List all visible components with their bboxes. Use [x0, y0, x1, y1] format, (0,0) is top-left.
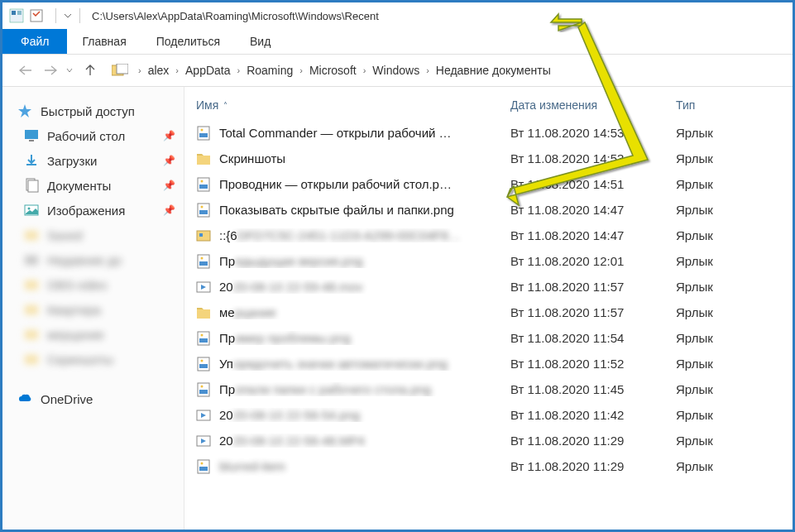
file-type-icon — [196, 254, 211, 269]
folder-icon — [24, 252, 39, 267]
file-row[interactable]: СкриншотыВт 11.08.2020 14:53Ярлык — [196, 146, 786, 171]
column-date[interactable]: Дата изменения — [510, 98, 676, 112]
svg-rect-27 — [199, 210, 208, 214]
file-row[interactable]: Проводник — открыли рабочий стол.p…Вт 11… — [196, 171, 786, 197]
file-date: Вт 11.08.2020 14:47 — [510, 203, 676, 217]
chevron-right-icon[interactable]: › — [237, 65, 241, 75]
file-row[interactable]: Предыдущая версия.pngВт 11.08.2020 12:01… — [196, 248, 786, 274]
breadcrumb[interactable]: › alex › AppData › Roaming › Microsoft ›… — [112, 64, 551, 77]
pin-icon: 📌 — [163, 180, 175, 191]
nav-back[interactable] — [16, 60, 36, 80]
nav-recent-icon[interactable] — [65, 66, 74, 74]
breadcrumb-item[interactable]: Недавние документы — [436, 64, 551, 77]
file-row[interactable]: Показывать скрытые файлы и папки.pngВт 1… — [196, 197, 786, 223]
chevron-right-icon[interactable]: › — [299, 65, 303, 75]
breadcrumb-item[interactable]: Roaming — [247, 64, 293, 77]
column-type[interactable]: Тип — [676, 98, 742, 112]
sidebar-desktop[interactable]: Рабочий стол 📌 — [2, 123, 184, 148]
file-date: Вт 11.08.2020 11:57 — [510, 280, 676, 294]
properties-icon[interactable] — [29, 8, 44, 23]
sidebar-item-blurred[interactable]: OBS-video — [2, 272, 184, 297]
file-name: 2020-08-10 22-59-48.mov — [219, 280, 510, 294]
pin-icon: 📌 — [163, 130, 175, 141]
file-row[interactable]: мерцаниеВт 11.08.2020 11:57Ярлык — [196, 300, 786, 325]
file-type-icon — [196, 280, 211, 295]
sidebar-pictures[interactable]: Изображения 📌 — [2, 198, 184, 223]
tab-view[interactable]: Вид — [235, 29, 285, 54]
tab-share[interactable]: Поделиться — [141, 29, 235, 54]
file-name: мерцание — [219, 305, 510, 319]
file-row[interactable]: blurred-itemВт 11.08.2020 11:29Ярлык — [196, 453, 786, 479]
file-name: blurred-item — [219, 459, 510, 473]
svg-rect-30 — [199, 233, 203, 237]
navbar: › alex › AppData › Roaming › Microsoft ›… — [2, 54, 793, 87]
sidebar-item-blurred[interactable]: Saved — [2, 223, 184, 247]
file-row[interactable]: Total Commander — открыли рабочий …Вт 11… — [196, 120, 786, 146]
svg-rect-18 — [25, 355, 38, 364]
file-date: Вт 11.08.2020 12:01 — [510, 254, 676, 268]
nav-forward[interactable] — [41, 60, 60, 80]
sidebar-item-blurred[interactable]: Квартира — [2, 297, 184, 322]
file-date: Вт 11.08.2020 11:29 — [510, 459, 676, 473]
sidebar-item-blurred[interactable]: мерцание — [2, 322, 184, 347]
folder-icon — [24, 327, 39, 342]
file-type-icon — [196, 203, 211, 218]
chevron-right-icon[interactable]: › — [426, 65, 429, 75]
file-date: Вт 11.08.2020 11:57 — [510, 305, 676, 319]
file-date: Вт 11.08.2020 11:52 — [510, 357, 676, 371]
tab-file[interactable]: Файл — [2, 29, 67, 54]
svg-rect-8 — [26, 164, 36, 165]
breadcrumb-item[interactable]: AppData — [185, 64, 230, 77]
qat-dropdown-icon[interactable] — [63, 11, 73, 21]
file-type-icon — [196, 331, 211, 346]
chevron-right-icon[interactable]: › — [363, 65, 366, 75]
file-type-icon — [196, 305, 211, 320]
file-name: Пример проблемы.png — [219, 331, 510, 345]
file-row[interactable]: 2020-08-10 22-56-54.pngВт 11.08.2020 11:… — [196, 402, 786, 428]
sidebar-downloads[interactable]: Загрузки 📌 — [2, 148, 184, 173]
sidebar-onedrive[interactable]: OneDrive — [2, 386, 184, 411]
svg-point-12 — [28, 208, 31, 210]
address-path[interactable]: C:\Users\Alex\AppData\Roaming\Microsoft\… — [92, 10, 379, 22]
sidebar-item-blurred[interactable]: Недавние до — [2, 247, 184, 272]
pictures-icon — [24, 203, 39, 218]
svg-rect-13 — [25, 231, 38, 240]
file-row[interactable]: Пропали папки с рабочего стола.pngВт 11.… — [196, 376, 786, 402]
svg-point-21 — [201, 128, 204, 131]
file-type-icon — [196, 126, 211, 141]
nav-up[interactable] — [80, 60, 100, 80]
svg-point-44 — [201, 385, 204, 387]
column-name[interactable]: Имя˄ — [196, 98, 510, 112]
file-type: Ярлык — [676, 203, 742, 217]
column-headers: Имя˄ Дата изменения Тип — [196, 98, 786, 120]
file-type: Ярлык — [676, 434, 742, 448]
chevron-right-icon[interactable]: › — [138, 65, 141, 75]
file-row[interactable]: ::{6DFD7C5C-2451-11D3-A299-00C04F8…Вт 11… — [196, 223, 786, 248]
sidebar-documents[interactable]: Документы 📌 — [2, 173, 184, 198]
chevron-right-icon[interactable]: › — [175, 65, 179, 75]
sidebar-quick-access[interactable]: Быстрый доступ — [2, 98, 184, 123]
file-name: Пропали папки с рабочего стола.png — [219, 382, 510, 396]
file-type: Ярлык — [676, 151, 742, 165]
file-row[interactable]: Пример проблемы.pngВт 11.08.2020 11:54Яр… — [196, 325, 786, 351]
file-type: Ярлык — [676, 408, 742, 422]
breadcrumb-item[interactable]: Microsoft — [309, 64, 357, 77]
breadcrumb-icon — [112, 64, 128, 77]
file-type: Ярлык — [676, 177, 742, 191]
breadcrumb-item[interactable]: alex — [148, 64, 170, 77]
svg-rect-15 — [25, 280, 38, 290]
file-name: Скриншоты — [219, 151, 510, 165]
breadcrumb-item[interactable]: Windows — [372, 64, 419, 77]
sort-asc-icon: ˄ — [223, 101, 227, 110]
file-row[interactable]: 2020-08-10 22-56-48.MP4Вт 11.08.2020 11:… — [196, 428, 786, 453]
svg-point-28 — [201, 205, 204, 208]
folder-icon — [24, 352, 39, 367]
tab-home[interactable]: Главная — [67, 29, 141, 54]
file-row[interactable]: 2020-08-10 22-59-48.movВт 11.08.2020 11:… — [196, 274, 786, 300]
file-date: Вт 11.08.2020 11:42 — [510, 408, 676, 422]
file-row[interactable]: Упорядочить значки автоматически.pngВт 1… — [196, 351, 786, 376]
file-type: Ярлык — [676, 126, 742, 140]
file-name: Предыдущая версия.png — [219, 254, 510, 268]
sidebar-item-blurred[interactable]: Скриншоты — [2, 347, 184, 371]
file-type: Ярлык — [676, 305, 742, 319]
